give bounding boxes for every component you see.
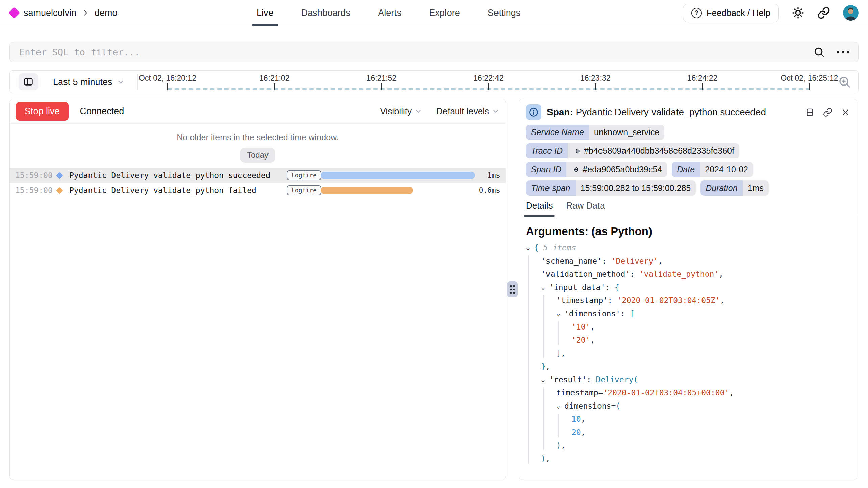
arguments-heading: Arguments: (as Python): [526, 225, 857, 238]
user-avatar[interactable]: [843, 5, 859, 21]
span-attribute-badges: Service Nameunknown_serviceTrace ID#b4e5…: [519, 124, 857, 196]
collapse-caret-icon[interactable]: ⌄: [526, 241, 530, 254]
chevron-right-icon: [82, 9, 89, 17]
panel-resize-handle[interactable]: [507, 281, 518, 297]
log-message: Pydantic Delivery validate_python succee…: [69, 168, 270, 183]
collapse-caret-icon[interactable]: ⌄: [541, 373, 545, 386]
code-token-plain: :: [608, 296, 617, 305]
link-icon[interactable]: [571, 166, 580, 174]
feedback-help-button[interactable]: ? Feedback / Help: [683, 4, 779, 22]
live-view-panel: Stop live Connected Visibility Default l…: [9, 99, 506, 480]
close-icon[interactable]: [841, 108, 850, 117]
badge-value[interactable]: #eda9065a0bd39c54: [566, 162, 667, 177]
log-timestamp: 15:59:00: [15, 168, 53, 183]
logfire-logo-icon[interactable]: [8, 7, 20, 19]
code-token-plain: ,: [546, 362, 551, 371]
badge-value[interactable]: #b4e5809a440dbb3458e68d2335fe360f: [568, 143, 739, 158]
log-row-list: 15:59:00Pydantic Delivery validate_pytho…: [10, 168, 506, 198]
code-line: timestamp='2020-01-02T03:04:05+00:00',: [526, 386, 857, 399]
code-token-plain: ,: [590, 336, 595, 344]
code-token-plain: :: [620, 309, 630, 318]
log-row[interactable]: 15:59:00Pydantic Delivery validate_pytho…: [10, 183, 506, 198]
log-tag[interactable]: logfire: [287, 170, 321, 180]
detail-tab-details[interactable]: Details: [526, 200, 553, 216]
breadcrumb: samuelcolvin demo: [10, 0, 118, 26]
attribute-badge-duration: Duration1ms: [700, 180, 769, 196]
tab-settings[interactable]: Settings: [488, 0, 521, 26]
code-line: ⌄'input_data': {: [526, 281, 857, 294]
collapse-caret-icon[interactable]: ⌄: [556, 307, 560, 320]
default-levels-dropdown[interactable]: Default levels: [436, 106, 500, 117]
log-row[interactable]: 15:59:00Pydantic Delivery validate_pytho…: [10, 168, 506, 183]
detail-tab-raw-data[interactable]: Raw Data: [566, 200, 605, 216]
log-timestamp: 15:59:00: [15, 183, 53, 198]
attribute-badge-trace-id: Trace ID#b4e5809a440dbb3458e68d2335fe360…: [526, 143, 739, 158]
link-icon[interactable]: [573, 147, 581, 155]
timeline[interactable]: Oct 02, 16:20:1216:21:0216:21:5216:22:42…: [10, 71, 858, 93]
code-token-key: 'schema_name': [541, 257, 602, 265]
timeline-tick-mark: [595, 83, 596, 90]
project-name[interactable]: demo: [95, 8, 118, 18]
sql-filter-input[interactable]: [19, 47, 813, 58]
code-token-str: '2020-01-02T03:04:05Z': [617, 296, 720, 305]
more-options-icon[interactable]: [837, 51, 849, 53]
code-token-punct: Delivery(: [596, 375, 638, 384]
timeline-tick-mark: [702, 83, 703, 90]
logfire-app: samuelcolvin demo LiveDashboardsAlertsEx…: [0, 0, 868, 488]
visibility-dropdown[interactable]: Visibility: [380, 106, 422, 117]
copy-link-icon[interactable]: [823, 108, 832, 117]
search-icon[interactable]: [813, 46, 825, 58]
badge-label: Duration: [700, 180, 743, 196]
tab-explore[interactable]: Explore: [429, 0, 460, 26]
timeline-tick-label: 16:21:52: [366, 74, 397, 83]
badge-label: Trace ID: [526, 143, 568, 158]
timeline-tick-mark: [488, 83, 489, 90]
attribute-badge-service-name: Service Nameunknown_service: [526, 125, 664, 140]
log-tag[interactable]: logfire: [287, 185, 321, 195]
share-link-icon[interactable]: [817, 6, 830, 19]
duration-label: 1ms: [487, 168, 500, 183]
code-token-str: 'Delivery': [611, 257, 658, 265]
theme-toggle-sun-icon[interactable]: [792, 6, 805, 19]
code-token-key: 'validation_method': [541, 270, 630, 278]
primary-tabs: LiveDashboardsAlertsExploreSettings: [257, 0, 520, 26]
timeline-tick-label: Oct 02, 16:25:12: [781, 74, 838, 83]
code-token-str: '2020-01-02T03:04:05+00:00': [603, 388, 729, 397]
code-line: ⌄'result': Delivery(: [526, 373, 857, 386]
attribute-badge-time-span: Time span15:59:00.282 to 15:59:00.285: [526, 180, 696, 196]
stop-live-button[interactable]: Stop live: [16, 102, 69, 121]
zoom-in-icon[interactable]: [838, 75, 851, 89]
code-token-plain: ,: [561, 349, 566, 358]
badge-row: Service Nameunknown_service: [526, 125, 850, 140]
badge-label: Service Name: [526, 125, 589, 140]
duration-bar: [321, 172, 475, 179]
code-token-punct: ): [556, 441, 561, 450]
collapse-caret-icon[interactable]: ⌄: [541, 280, 545, 294]
tab-dashboards[interactable]: Dashboards: [301, 0, 351, 26]
code-line: },: [526, 360, 857, 373]
code-token-num: 20: [571, 428, 581, 437]
code-line: ),: [526, 452, 857, 465]
top-nav: samuelcolvin demo LiveDashboardsAlertsEx…: [0, 0, 868, 26]
tab-live[interactable]: Live: [257, 0, 274, 26]
timeline-tick-label: 16:23:32: [580, 74, 611, 83]
code-line: '10',: [526, 320, 857, 334]
code-token-plain: ,: [719, 270, 723, 278]
badge-value: 1ms: [743, 180, 769, 196]
code-token-str: '10': [571, 322, 590, 331]
code-token-plain: :: [605, 283, 615, 292]
panel-layout-icon[interactable]: [805, 108, 814, 117]
code-line: ⌄'dimensions': [: [526, 307, 857, 320]
timeline-tick-label: 16:24:22: [687, 74, 718, 83]
chevron-down-icon: [492, 107, 500, 115]
badge-row: Trace ID#b4e5809a440dbb3458e68d2335fe360…: [526, 143, 850, 158]
code-line: ⌄dimensions=(: [526, 399, 857, 413]
span-kind-diamond-icon: [56, 172, 63, 179]
tab-alerts[interactable]: Alerts: [378, 0, 401, 26]
collapse-caret-icon[interactable]: ⌄: [556, 399, 560, 412]
code-token-punct: {: [534, 243, 539, 252]
org-name[interactable]: samuelcolvin: [24, 8, 76, 18]
code-token-punct: (: [616, 401, 620, 410]
time-range-bar: Last 5 minutes Oct 02, 16:20:1216:21:021…: [9, 70, 859, 93]
badge-value: 2024-10-02: [700, 162, 753, 177]
